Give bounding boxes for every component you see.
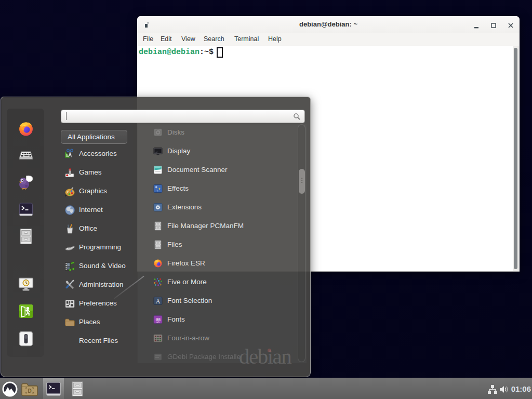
svg-text:A: A (156, 298, 161, 305)
svg-text:D: D (28, 388, 31, 394)
svg-text:ab: ab (156, 321, 160, 324)
